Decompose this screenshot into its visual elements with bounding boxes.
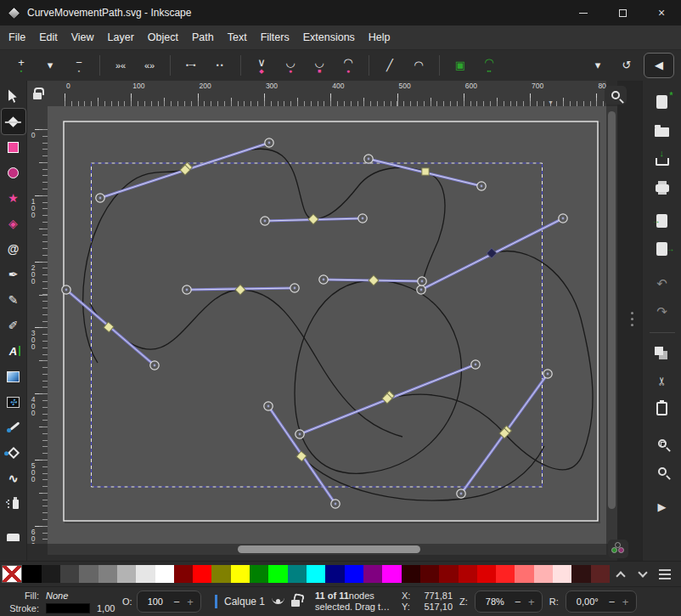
menu-object[interactable]: Object	[141, 31, 185, 43]
spiral-tool[interactable]: @	[2, 236, 25, 262]
palette-menu-button[interactable]	[654, 565, 676, 584]
calligraphy-tool[interactable]: ✐	[2, 313, 25, 338]
canvas-zoom-widget[interactable]	[605, 86, 627, 105]
menu-text[interactable]: Text	[221, 31, 254, 43]
paste-button[interactable]	[650, 398, 675, 420]
lock-icon[interactable]	[33, 93, 42, 99]
star-tool[interactable]: ★	[2, 185, 25, 211]
menu-path[interactable]: Path	[185, 31, 221, 43]
opacity-value[interactable]: 100	[141, 596, 170, 607]
palette-swatch[interactable]	[382, 565, 401, 583]
ellipse-tool[interactable]	[2, 160, 25, 185]
palette-swatch[interactable]	[307, 565, 325, 583]
rotation-value[interactable]: 0,00°	[570, 596, 605, 607]
stroke-color-swatch[interactable]	[46, 603, 90, 613]
spray-tool[interactable]	[2, 491, 25, 517]
import-button[interactable]: →	[650, 210, 675, 232]
palette-swatch[interactable]	[250, 565, 268, 583]
zoom-drawing-button[interactable]	[650, 461, 675, 483]
tweak-tool[interactable]: ∿	[2, 466, 25, 491]
drawing[interactable]	[48, 106, 606, 544]
pencil-tool[interactable]: ✎	[2, 287, 25, 313]
layer-name[interactable]: Calque 1	[224, 596, 265, 608]
line-segment-button[interactable]: ╱	[378, 53, 402, 78]
fill-stroke-indicator[interactable]: Fill: None Stroke: 1,00	[3, 590, 122, 614]
palette-swatch[interactable]	[591, 565, 610, 583]
palette-swatch[interactable]	[496, 565, 515, 583]
palette-swatch[interactable]	[60, 565, 79, 583]
delete-segment-button[interactable]: ▪ ▪	[208, 53, 232, 78]
palette-swatch[interactable]	[363, 565, 382, 583]
menu-extensions[interactable]: Extensions	[296, 31, 362, 43]
palette-swatch[interactable]	[98, 565, 117, 583]
delete-node-button[interactable]: −▪	[67, 53, 91, 78]
palette-swatch[interactable]	[402, 565, 420, 583]
auto-node-button[interactable]: ◠●	[336, 53, 360, 78]
layer-visibility-eye-icon[interactable]	[272, 596, 284, 604]
zoom-selection-button[interactable]	[650, 432, 675, 455]
palette-swatch[interactable]	[231, 565, 250, 583]
palette-swatch[interactable]	[211, 565, 230, 583]
horizontal-scrollbar-thumb[interactable]	[238, 545, 420, 553]
palette-swatch[interactable]	[534, 565, 553, 583]
print-document-button[interactable]	[650, 175, 675, 197]
gradient-tool[interactable]	[2, 364, 25, 389]
collapse-dialogs-button[interactable]: ◀	[644, 53, 674, 78]
palette-swatch[interactable]	[79, 565, 98, 583]
vertical-scrollbar[interactable]	[606, 106, 617, 544]
palette-swatch[interactable]	[345, 565, 363, 583]
menu-filters[interactable]: Filters	[254, 31, 296, 43]
zoom-increase-button[interactable]: +	[525, 596, 538, 608]
eraser-tool[interactable]	[2, 517, 25, 542]
redo-button[interactable]: ↷	[650, 301, 675, 323]
palette-scroll-down-button[interactable]	[632, 565, 654, 584]
palette-swatch[interactable]	[174, 565, 193, 583]
zoom-value[interactable]: 78%	[479, 596, 511, 607]
horizontal-scrollbar[interactable]	[48, 544, 606, 555]
palette-swatch[interactable]	[459, 565, 477, 583]
palette-swatch[interactable]	[553, 565, 571, 583]
close-button[interactable]: ×	[642, 0, 681, 25]
canvas[interactable]	[48, 106, 606, 544]
palette-swatch[interactable]	[117, 565, 136, 583]
undo-button[interactable]: ↶	[650, 273, 675, 295]
curve-segment-button[interactable]: ◠	[407, 53, 431, 78]
copy-button[interactable]	[650, 342, 675, 364]
zoom-spinbox[interactable]: 78% − +	[475, 591, 543, 613]
palette-swatch[interactable]	[325, 565, 344, 583]
menu-view[interactable]: View	[65, 31, 101, 43]
menu-file[interactable]: File	[2, 31, 32, 43]
palette-swatch[interactable]	[22, 565, 41, 583]
palette-swatch[interactable]	[268, 565, 287, 583]
paint-bucket-tool[interactable]	[2, 440, 25, 466]
palette-scroll-up-button[interactable]	[610, 565, 632, 584]
insert-node-button[interactable]: +▪	[9, 53, 33, 78]
palette-swatch[interactable]	[288, 565, 307, 583]
minimize-button[interactable]	[564, 0, 603, 25]
palette-swatch-none[interactable]	[2, 565, 22, 583]
menu-help[interactable]: Help	[362, 31, 397, 43]
smooth-node-button[interactable]: ◡●	[279, 53, 302, 78]
palette-swatch[interactable]	[42, 565, 60, 583]
object-to-path-button[interactable]: ▣	[448, 53, 472, 78]
new-document-button[interactable]: *	[650, 91, 675, 113]
palette-swatch[interactable]	[155, 565, 174, 583]
rotation-increase-button[interactable]: +	[619, 596, 633, 608]
path-node[interactable]	[422, 168, 429, 175]
rotation-decrease-button[interactable]: −	[605, 596, 619, 608]
transform-menu-button[interactable]: ▾	[586, 53, 610, 78]
show-transform-handles-button[interactable]: ↺	[615, 53, 639, 78]
menu-edit[interactable]: Edit	[32, 31, 65, 43]
insert-node-menu-button[interactable]: ▾	[38, 53, 62, 78]
fill-value[interactable]: None	[46, 591, 68, 601]
dock-grip[interactable]	[631, 312, 633, 314]
layer-unlocked-icon[interactable]	[291, 600, 300, 607]
save-document-button[interactable]	[650, 147, 675, 169]
stroke-to-path-button[interactable]: ◠▪▪	[477, 53, 501, 78]
rectangle-tool[interactable]	[2, 134, 25, 160]
palette-swatch[interactable]	[477, 565, 496, 583]
palette-swatch[interactable]	[571, 565, 590, 583]
horizontal-ruler[interactable]: 0100200300400500600700800▼	[48, 81, 606, 106]
text-tool[interactable]: A	[2, 338, 25, 364]
dropper-tool[interactable]	[2, 415, 25, 440]
